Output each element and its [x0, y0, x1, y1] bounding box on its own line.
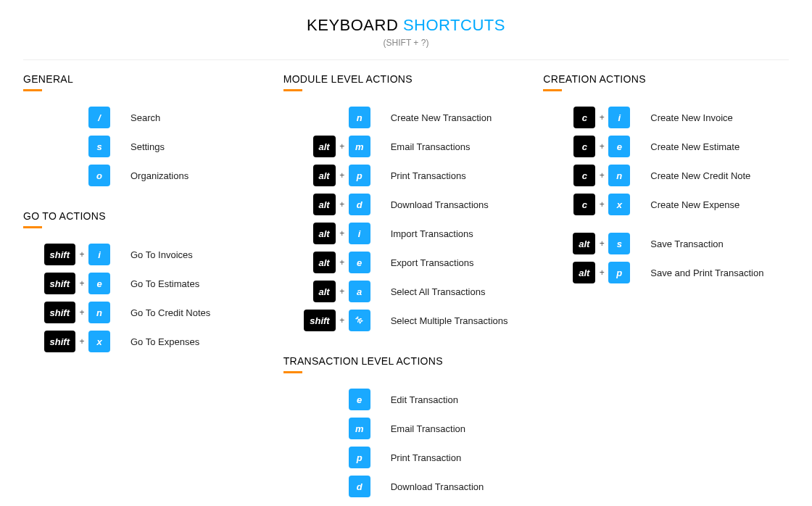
shortcut-row: alt + e Export Transactions	[283, 248, 529, 277]
key-alt: alt	[313, 136, 336, 157]
section-creation: CREATION ACTIONS c + i Create New Invoic…	[543, 73, 789, 287]
section-underline	[283, 371, 302, 373]
section-title-transaction: TRANSACTION LEVEL ACTIONS	[283, 355, 529, 367]
section-title-general: GENERAL	[23, 73, 269, 85]
shortcut-label: Organizations	[130, 170, 188, 181]
shortcut-row: c + x Create New Expense	[543, 190, 789, 219]
key-combo: shift + e	[23, 273, 110, 294]
shortcut-row: shift + x Go To Expenses	[23, 327, 269, 356]
key-combo: alt + p	[283, 165, 370, 186]
section-transaction: TRANSACTION LEVEL ACTIONS e Edit Transac…	[283, 355, 529, 501]
key-combo: s	[23, 136, 110, 157]
shortcut-row: alt + p Print Transactions	[283, 161, 529, 190]
key-combo: e	[283, 389, 370, 410]
column-1: GENERAL / Search s Settings o	[23, 73, 269, 506]
section-underline	[23, 89, 42, 91]
shortcut-label: Go To Estimates	[130, 278, 199, 289]
key-c: c	[573, 107, 595, 128]
shortcut-label: Export Transactions	[391, 257, 474, 268]
key-c: c	[573, 136, 595, 157]
plus-icon: +	[595, 267, 608, 278]
shortcut-label: Select Multiple Transactions	[391, 315, 508, 326]
shortcut-label: Save and Print Transaction	[650, 267, 763, 278]
key-alt: alt	[313, 194, 336, 215]
key-combo: c + n	[543, 165, 630, 186]
shortcut-row: alt + a Select All Transactions	[283, 277, 529, 306]
key-d: d	[349, 194, 370, 215]
shortcut-row: c + e Create New Estimate	[543, 132, 789, 161]
plus-icon: +	[595, 199, 608, 210]
key-shift: shift	[44, 244, 75, 265]
key-p: p	[349, 447, 370, 468]
key-alt: alt	[573, 262, 595, 283]
shortcut-label: Email Transactions	[391, 141, 471, 152]
section-title-creation: CREATION ACTIONS	[543, 73, 789, 85]
shortcut-label: Download Transactions	[391, 199, 489, 210]
key-combo: alt + e	[283, 252, 370, 273]
key-s: s	[608, 233, 630, 254]
page-header: KEYBOARD SHORTCUTS (SHIFT + ?)	[23, 16, 789, 48]
columns: GENERAL / Search s Settings o	[23, 73, 789, 506]
key-alt: alt	[313, 223, 336, 244]
plus-icon: +	[595, 112, 608, 123]
key-slash: /	[88, 107, 110, 128]
key-m: m	[349, 136, 370, 157]
key-combo: p	[283, 447, 370, 468]
shortcut-row: / Search	[23, 103, 269, 132]
key-s: s	[88, 136, 110, 157]
plus-icon: +	[595, 239, 608, 249]
shortcut-label: Print Transactions	[391, 170, 466, 181]
key-shift: shift	[44, 273, 75, 294]
shortcut-label: Create New Estimate	[650, 141, 740, 152]
key-alt: alt	[573, 233, 595, 254]
key-combo: shift + i	[23, 244, 110, 265]
shortcut-label: Create New Expense	[650, 199, 740, 210]
shortcut-row: alt + p Save and Print Transaction	[543, 258, 789, 287]
plus-icon: +	[336, 141, 349, 152]
section-module: MODULE LEVEL ACTIONS n Create New Transa…	[283, 73, 529, 335]
shortcut-row: e Edit Transaction	[283, 385, 529, 414]
key-m: m	[349, 418, 370, 439]
key-combo: alt + i	[283, 223, 370, 244]
spacer	[543, 219, 789, 229]
shortcut-row: shift + i Go To Invoices	[23, 240, 269, 269]
column-3: CREATION ACTIONS c + i Create New Invoic…	[543, 73, 789, 506]
plus-icon: +	[336, 257, 349, 267]
plus-icon: +	[336, 199, 349, 210]
page-subtitle: (SHIFT + ?)	[23, 38, 789, 48]
key-combo: alt + d	[283, 194, 370, 215]
key-alt: alt	[313, 165, 336, 186]
shortcuts-page: KEYBOARD SHORTCUTS (SHIFT + ?) GENERAL /…	[0, 0, 812, 506]
key-shift: shift	[44, 331, 75, 352]
key-combo: c + i	[543, 107, 630, 128]
key-combo: c + x	[543, 194, 630, 215]
key-combo: n	[283, 107, 370, 128]
shortcut-label: Edit Transaction	[391, 394, 458, 405]
shortcut-label: Go To Invoices	[130, 249, 193, 260]
shortcut-label: Select All Transactions	[391, 286, 486, 297]
shortcut-label: Go To Expenses	[130, 336, 199, 347]
key-combo: o	[23, 165, 110, 186]
key-shift: shift	[304, 310, 335, 331]
key-n: n	[608, 165, 630, 186]
key-e: e	[88, 273, 110, 294]
shortcut-row: shift + e Go To Estimates	[23, 269, 269, 298]
section-title-goto: GO TO ACTIONS	[23, 210, 269, 222]
key-combo: shift + n	[23, 302, 110, 323]
shortcut-row: n Create New Transaction	[283, 103, 529, 132]
shortcut-label: Go To Credit Notes	[130, 307, 210, 318]
plus-icon: +	[336, 170, 349, 181]
section-underline	[543, 89, 562, 91]
plus-icon: +	[75, 278, 88, 289]
plus-icon: +	[75, 307, 88, 318]
plus-icon: +	[75, 336, 88, 347]
shortcut-row: alt + s Save Transaction	[543, 229, 789, 258]
shortcut-row: o Organizations	[23, 161, 269, 190]
key-x: x	[608, 194, 630, 215]
shortcut-row: alt + i Import Transactions	[283, 219, 529, 248]
shortcut-label: Settings	[130, 141, 165, 152]
shortcut-row: shift + Select Multiple Transactions	[283, 306, 529, 335]
plus-icon: +	[336, 315, 349, 325]
key-e: e	[608, 136, 630, 157]
shortcut-label: Download Transaction	[391, 481, 484, 492]
